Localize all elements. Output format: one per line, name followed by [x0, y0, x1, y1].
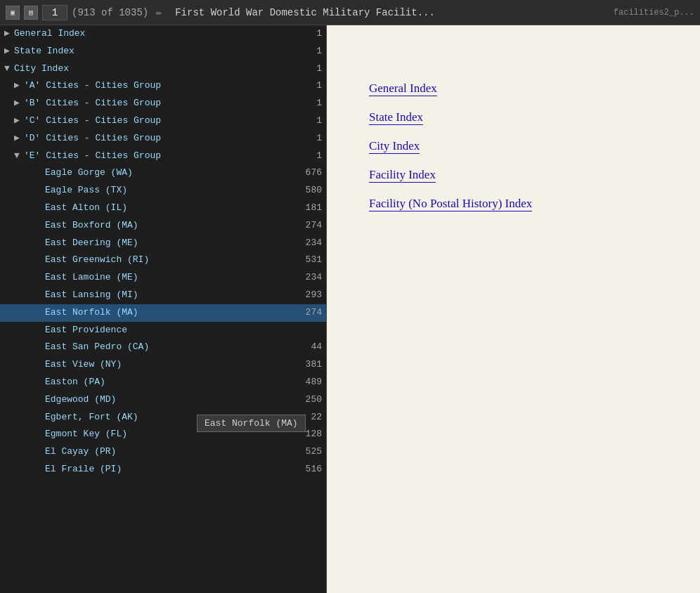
toc-page: 274: [301, 219, 322, 233]
toc-item[interactable]: East Providence: [0, 322, 326, 339]
toc-item[interactable]: ▶'C' Cities - Cities Group1: [0, 112, 326, 130]
toc-item[interactable]: ▼City Index1: [0, 60, 326, 78]
toc-item[interactable]: East Lamoine (ME)234: [0, 269, 326, 287]
toc-page: 1: [301, 27, 322, 41]
toc-item[interactable]: ▶'A' Cities - Cities Group1: [0, 77, 326, 95]
toolbar: ▣ ▤ (913 of 1035) ✏ First World War Dome…: [0, 0, 700, 25]
toc-item[interactable]: Eagle Pass (TX)580: [0, 182, 326, 200]
toc-label: East Boxford (MA): [45, 219, 295, 233]
toc-label: East Providence: [45, 323, 295, 338]
toc-label: 'E' Cities - Cities Group: [24, 149, 295, 164]
toc-label: East San Pedro (CA): [45, 340, 295, 355]
toc-label: East View (NY): [45, 358, 295, 372]
toc-page: 676: [301, 166, 322, 181]
toc-item[interactable]: ▶'D' Cities - Cities Group1: [0, 130, 326, 148]
toc-label: Egmont Key (FL): [45, 427, 295, 442]
toc-label: 'C' Cities - Cities Group: [24, 114, 295, 129]
toolbar-icon2[interactable]: ▤: [24, 6, 38, 20]
index-link[interactable]: State Index: [369, 110, 423, 125]
toc-item[interactable]: ▶State Index1: [0, 43, 326, 60]
toc-label: Easton (PA): [45, 375, 295, 390]
toc-label: East Deering (ME): [45, 236, 295, 251]
toc-page: 1: [301, 131, 322, 146]
toc-panel: ▶General Index1▶State Index1▼City Index1…: [0, 25, 327, 593]
toc-item[interactable]: Egbert, Fort (AK)22: [0, 409, 326, 426]
toc-page: 1: [301, 79, 322, 93]
toc-label: Edgewood (MD): [45, 393, 295, 408]
toc-page: 1: [301, 44, 322, 59]
toc-arrow: ▶: [4, 44, 14, 59]
toc-item[interactable]: Eagle Gorge (WA)676: [0, 164, 326, 182]
filename: facilities2_p...: [614, 8, 694, 18]
toc-item[interactable]: East Alton (IL)181: [0, 200, 326, 217]
toc-label: City Index: [14, 62, 295, 77]
toc-arrow: ▶: [4, 27, 14, 41]
toc-label: East Alton (IL): [45, 201, 295, 216]
toc-arrow: ▶: [14, 79, 24, 93]
toc-page: 128: [301, 427, 322, 442]
toc-item[interactable]: East View (NY)381: [0, 356, 326, 374]
toc-page: 250: [301, 393, 322, 408]
index-link[interactable]: General Index: [369, 82, 437, 96]
toc-arrow: ▶: [14, 114, 24, 129]
toc-item[interactable]: Egmont Key (FL)128: [0, 426, 326, 443]
toc-item[interactable]: El Cayay (PR)525: [0, 443, 326, 461]
toc-page: 1: [301, 62, 322, 77]
toc-page: 22: [301, 410, 322, 425]
toc-page: 525: [301, 445, 322, 460]
toc-label: General Index: [14, 27, 295, 41]
toc-label: Eagle Pass (TX): [45, 183, 295, 198]
index-link[interactable]: City Index: [369, 139, 420, 154]
toc-page: 234: [301, 271, 322, 285]
toc-page: 181: [301, 201, 322, 216]
toc-label: Egbert, Fort (AK): [45, 410, 295, 425]
toc-page: 516: [301, 462, 322, 477]
toc-label: 'A' Cities - Cities Group: [24, 79, 295, 93]
toc-item[interactable]: Easton (PA)489: [0, 374, 326, 391]
toc-page: 274: [301, 306, 322, 320]
content-panel: General IndexState IndexCity IndexFacili…: [327, 25, 700, 593]
toc-page: 580: [301, 183, 322, 198]
toc-arrow: ▶: [14, 131, 24, 146]
toc-label: East Lamoine (ME): [45, 271, 295, 285]
toc-item[interactable]: El Fraile (PI)516: [0, 461, 326, 478]
toc-page: 531: [301, 253, 322, 268]
toc-item[interactable]: East Norfolk (MA)274: [0, 304, 326, 322]
toc-label: East Norfolk (MA): [45, 306, 295, 320]
toc-arrow: ▼: [14, 149, 24, 164]
toc-page: 1: [301, 96, 322, 111]
toc-item[interactable]: East Boxford (MA)274: [0, 217, 326, 235]
toc-item[interactable]: ▶'B' Cities - Cities Group1: [0, 95, 326, 112]
toc-arrow: ▼: [4, 62, 14, 77]
toc-arrow: ▶: [14, 96, 24, 111]
main-layout: ▶General Index1▶State Index1▼City Index1…: [0, 25, 700, 593]
toc-page: 44: [301, 340, 322, 355]
toc-label: East Greenwich (RI): [45, 253, 295, 268]
toc-item[interactable]: East San Pedro (CA)44: [0, 339, 326, 356]
page-input[interactable]: [42, 5, 67, 20]
toc-label: Eagle Gorge (WA): [45, 166, 295, 181]
toc-page: 381: [301, 358, 322, 372]
toc-page: 1: [301, 114, 322, 129]
toc-page: 293: [301, 288, 322, 303]
toc-item[interactable]: East Greenwich (RI)531: [0, 252, 326, 269]
toc-item[interactable]: ▶General Index1: [0, 25, 326, 43]
toc-label: El Fraile (PI): [45, 462, 295, 477]
toc-item[interactable]: East Deering (ME)234: [0, 235, 326, 252]
toc-label: East Lansing (MI): [45, 288, 295, 303]
toc-item[interactable]: ▼'E' Cities - Cities Group1: [0, 148, 326, 165]
toc-label: State Index: [14, 44, 295, 59]
toc-item[interactable]: Edgewood (MD)250: [0, 391, 326, 409]
index-link[interactable]: Facility (No Postal History) Index: [369, 197, 532, 211]
edit-icon[interactable]: ✏: [153, 6, 165, 19]
page-info: (913 of 1035): [72, 7, 148, 18]
toc-page: 234: [301, 236, 322, 251]
toc-page: 489: [301, 375, 322, 390]
toolbar-icon1[interactable]: ▣: [6, 6, 20, 20]
toc-label: El Cayay (PR): [45, 445, 295, 460]
toc-label: 'B' Cities - Cities Group: [24, 96, 295, 111]
index-link[interactable]: Facility Index: [369, 168, 436, 183]
toc-item[interactable]: East Lansing (MI)293: [0, 287, 326, 304]
document-title: First World War Domestic Military Facili…: [175, 7, 609, 18]
toc-page: 1: [301, 149, 322, 164]
